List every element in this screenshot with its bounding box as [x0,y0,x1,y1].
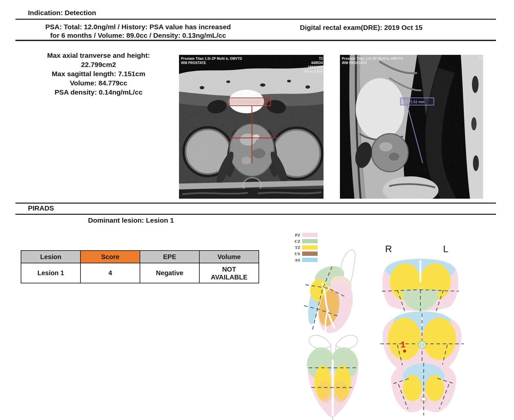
divider [15,40,496,41]
lesion-table: Lesion Score EPE Volume Lesion 1 4 Negat… [21,250,259,283]
lesion-1-dot [403,350,406,353]
header-epe: EPE [140,251,199,263]
header-volume: Volume [199,251,259,263]
sagittal-corner-text: T2 [479,56,482,61]
legend-swatch-tz [302,245,318,250]
legend-swatch-as [302,258,318,262]
axial-device-line: Prostate Titan 1.5t ZP Multi b, OMVTD [181,56,242,61]
legend-label-cz: CZ [295,239,300,244]
divider [15,214,496,215]
axial-mri-graphic [179,55,324,199]
psa-line-2: for 6 months / Volume: 89.0cc / Density:… [29,31,247,40]
indication-line: Indication: Detection [28,9,96,17]
cell-volume: NOT AVAILABLE [199,263,259,283]
lesion-1-marker: 1 [401,340,405,349]
psa-summary: PSA: Total: 12.0ng/ml / History: PSA val… [29,23,247,40]
base-axial-sector-diagram [382,259,459,314]
cell-volume-text: NOT AVAILABLE [205,265,254,281]
coronal-sector-diagram [303,335,362,420]
legend-label-us: US [294,252,300,256]
lesion-table-header-row: Lesion Score EPE Volume [21,251,259,263]
divider [15,203,496,204]
measurement-axial-value: 22.799cm2 [23,60,174,69]
axial-corner-text: T2 44IRO4 19841207 Slice=13/26 [304,56,323,74]
legend-swatch-pz [302,233,318,237]
cell-lesion-name: Lesion 1 [21,263,80,283]
sagittal-device-line: Prostate Titan 1.5t ZP Multi b, OMVTD [342,56,403,61]
axial-series-label: 44IRO4 [304,61,323,65]
cell-score: 4 [80,263,140,283]
legend-label-tz: TZ [295,246,300,250]
pirads-section-title: PIRADS [28,204,54,212]
sagittal-mri-graphic [340,55,483,199]
psa-line-1: PSA: Total: 12.0ng/ml / History: PSA val… [29,23,247,31]
header-lesion: Lesion [21,251,80,263]
axial-area-annotation: 1 = 2279.95 mm2 [229,98,271,106]
legend-label-as: AS [295,258,301,262]
header-score: Score [80,251,140,263]
sector-legend: PZ CZ TZ US AS [294,233,318,262]
measurement-sagittal: Max sagittal length: 7.151cm [23,69,174,78]
dre-date: Digital rectal exam(DRE): 2019 Oct 15 [300,24,423,32]
sagittal-mri-image: Prostate Titan 1.5t ZP Multi b, OMVTD IR… [340,55,483,199]
apex-axial-sector-diagram [391,363,457,415]
cell-epe: Negative [140,263,199,283]
sagittal-protocol-line: IRM PROSTATE [342,61,403,65]
table-row: Lesion 1 4 Negative NOT AVAILABLE [21,263,259,283]
axial-date-label: 19841207 [304,65,323,69]
dominant-lesion-label: Dominant lesion: Lesion 1 [88,216,174,224]
measurement-summary: Max axial tranverse and height: 22.799cm… [23,51,174,97]
prostate-sector-map: PZ CZ TZ US AS R L [289,230,483,420]
legend-swatch-us [302,252,318,256]
left-side-label: L [443,244,448,254]
axial-scanner-text: Prostate Titan 1.5t ZP Multi b, OMVTD IR… [181,56,242,65]
sagittal-scanner-text: Prostate Titan 1.5t ZP Multi b, OMVTD IR… [342,56,403,65]
right-side-label: R [385,244,392,254]
measurement-volume: Volume: 84.779cc [23,78,174,88]
sagittal-sequence-label: T2 [479,56,482,61]
axial-sequence-label: T2 [304,56,323,61]
axial-mri-image: Prostate Titan 1.5t ZP Multi b, OMVTD IR… [179,55,324,199]
legend-label-pz: PZ [295,233,300,237]
measurement-axial: Max axial tranverse and height: [23,51,174,60]
report-page: Indication: Detection PSA: Total: 12.0ng… [0,0,514,420]
axial-protocol-line: IRM PROSTATE [181,61,242,65]
sagittal-sector-diagram [304,250,359,338]
sagittal-length-annotation: 2 = 71.51 mm [400,98,434,105]
divider [15,19,496,20]
axial-slice-label: Slice=13/26 [304,69,323,74]
measurement-psa-density: PSA density: 0.14ng/mL/cc [23,88,174,97]
legend-swatch-cz [302,239,318,243]
